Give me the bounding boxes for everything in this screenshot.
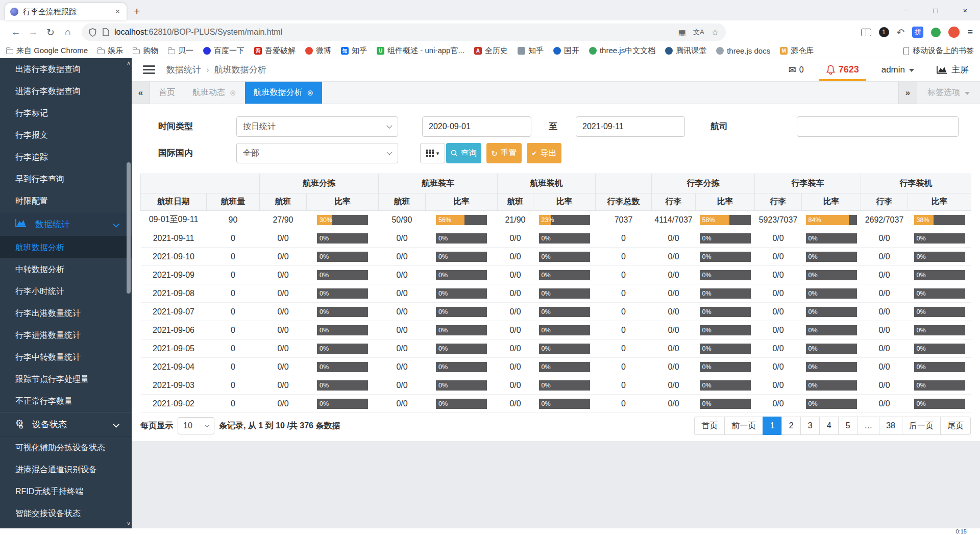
profile-avatar[interactable]: [948, 27, 960, 38]
page-tab[interactable]: 航班数据分析⊗: [245, 82, 323, 104]
alerts-button[interactable]: 7623: [826, 58, 859, 81]
forward-icon[interactable]: →: [24, 27, 42, 38]
columns-toggle-button[interactable]: ▾: [420, 143, 445, 163]
progress-label: 84%: [808, 215, 821, 225]
sidebar-item[interactable]: 行李小时统计: [0, 280, 132, 302]
scroll-up-icon[interactable]: ∧: [127, 60, 131, 66]
progress-label: 0%: [808, 344, 818, 354]
page-button[interactable]: 3: [800, 417, 820, 435]
time-type-select[interactable]: 按日统计: [236, 116, 398, 137]
hamburger-icon[interactable]: [143, 65, 155, 74]
minimize-button[interactable]: ─: [891, 0, 921, 20]
bookmark-item[interactable]: three.js中文文档: [589, 46, 655, 56]
sidebar-item[interactable]: 行李中转数量统计: [0, 346, 132, 368]
intl-select[interactable]: 全部: [236, 143, 398, 163]
export-button[interactable]: ✔ 导出: [527, 143, 561, 163]
bookmark-item[interactable]: 吾吾爱破解: [254, 46, 296, 56]
bookmark-item[interactable]: 贝一: [168, 46, 193, 56]
sidebar-item[interactable]: RFID无线手持终端: [0, 480, 132, 502]
sidebar-item[interactable]: 行李进港数量统计: [0, 324, 132, 346]
sidebar-item[interactable]: 跟踪节点行李处理量: [0, 368, 132, 390]
bookmark-item[interactable]: M源仓库: [780, 46, 814, 56]
page-button[interactable]: 1: [763, 417, 782, 435]
sidebar-item[interactable]: 行李报文: [0, 124, 132, 146]
extension-green-icon[interactable]: [931, 28, 941, 37]
maximize-button[interactable]: □: [921, 0, 950, 20]
tab-close-icon[interactable]: ⊗: [230, 88, 236, 98]
bookmark-item[interactable]: 娱乐: [97, 46, 123, 56]
site-permissions-icon[interactable]: ▦: [678, 28, 686, 37]
page-button[interactable]: 5: [838, 417, 857, 435]
tabs-scroll-left-icon[interactable]: «: [132, 82, 150, 104]
translate-icon[interactable]: 文A: [693, 28, 704, 37]
breadcrumb-section[interactable]: 数据统计: [166, 64, 201, 76]
main-screen-button[interactable]: 主屏: [937, 64, 969, 76]
sidebar-section[interactable]: 数据统计: [0, 212, 132, 236]
page-button[interactable]: 2: [781, 417, 801, 435]
sidebar-item[interactable]: 航班数据分析: [0, 236, 132, 258]
messages-button[interactable]: ✉ 0: [789, 64, 804, 76]
bookmark-item[interactable]: 国开: [553, 46, 579, 56]
sidebar-item[interactable]: 早到行李查询: [0, 168, 132, 190]
tabs-scroll-right-icon[interactable]: »: [898, 82, 917, 104]
sidebar-item[interactable]: 进港混合通道识别设备: [0, 458, 132, 480]
page-button[interactable]: …: [857, 417, 879, 435]
search-button[interactable]: 查询: [446, 143, 481, 163]
page-size-select[interactable]: 10: [178, 417, 214, 434]
sidebar-item[interactable]: 行李追踪: [0, 146, 132, 168]
page-button[interactable]: 首页: [694, 417, 725, 435]
mobile-bookmarks[interactable]: 移动设备上的书签: [903, 46, 974, 56]
page-button[interactable]: 尾页: [940, 417, 971, 435]
page-button[interactable]: 后一页: [902, 417, 941, 435]
bookmark-item[interactable]: A全历史: [474, 46, 508, 56]
sidebar-item[interactable]: 时限配置: [0, 190, 132, 212]
undo-arrow-icon[interactable]: ↶: [897, 27, 905, 38]
bookmark-item[interactable]: 腾讯课堂: [665, 46, 706, 56]
page-button[interactable]: 4: [819, 417, 839, 435]
page-tab[interactable]: 首页: [150, 82, 184, 104]
bookmark-item[interactable]: U组件概述 - uni-app官...: [377, 46, 464, 56]
sidebar-section[interactable]: ⚙⚙设备状态: [0, 412, 132, 436]
bookmark-item[interactable]: 购物: [133, 46, 158, 56]
bookmark-item[interactable]: 知乎: [518, 46, 544, 56]
page-button[interactable]: 38: [879, 417, 902, 435]
sidebar-item[interactable]: 中转数据分析: [0, 258, 132, 280]
sidebar-item[interactable]: 不正常行李数量: [0, 390, 132, 412]
tab-close-icon[interactable]: ⊗: [307, 88, 314, 98]
refresh-icon[interactable]: ↻: [42, 27, 59, 38]
bookmark-item[interactable]: 知知乎: [341, 46, 367, 56]
back-icon[interactable]: ←: [7, 27, 24, 38]
browser-menu-icon[interactable]: ≡: [967, 27, 973, 38]
user-menu[interactable]: admin: [881, 65, 914, 75]
airline-input[interactable]: [797, 116, 959, 137]
sidebar-item[interactable]: 进港行李数据查询: [0, 80, 132, 102]
sidebar-scrollbar[interactable]: [127, 162, 131, 294]
scroll-down-icon[interactable]: ∨: [127, 521, 131, 526]
ime-extension-icon[interactable]: 拼: [912, 27, 923, 38]
sidebar-item[interactable]: 行李标记: [0, 102, 132, 124]
close-button[interactable]: ×: [950, 0, 980, 20]
tab-options-button[interactable]: 标签选项: [917, 82, 980, 104]
sidebar-item[interactable]: 可视化辅助分拣设备状态: [0, 436, 132, 458]
split-screen-icon[interactable]: [861, 29, 871, 36]
browser-tab[interactable]: 行李全流程跟踪 ×: [5, 3, 127, 20]
page-tab[interactable]: 航班动态⊗: [184, 82, 245, 104]
date-from-input[interactable]: [422, 116, 531, 137]
extension-badge-icon[interactable]: 1: [879, 27, 889, 37]
reset-button[interactable]: ↻ 重置: [486, 143, 522, 163]
date-to-input[interactable]: [576, 116, 685, 137]
page-button[interactable]: 前一页: [724, 417, 763, 435]
sidebar-item[interactable]: 行李出港数量统计: [0, 302, 132, 324]
table-column-header: 比率: [696, 193, 755, 211]
bookmark-item[interactable]: 来自 Google Chrome: [6, 46, 88, 56]
bookmark-item[interactable]: 百度一下: [203, 46, 244, 56]
bookmark-item[interactable]: three.js docs: [716, 46, 770, 55]
tab-close-icon[interactable]: ×: [114, 7, 121, 16]
sidebar-item[interactable]: 智能交接设备状态: [0, 502, 132, 524]
home-icon[interactable]: ⌂: [59, 27, 77, 38]
bookmark-item[interactable]: 微博: [305, 46, 331, 56]
bookmark-star-icon[interactable]: ☆: [712, 28, 719, 37]
address-bar[interactable]: localhost:62810/BOP-PLUS/System/main.htm…: [82, 23, 726, 41]
sidebar-item[interactable]: 出港行李数据查询: [0, 58, 132, 80]
new-tab-button[interactable]: +: [134, 5, 140, 17]
